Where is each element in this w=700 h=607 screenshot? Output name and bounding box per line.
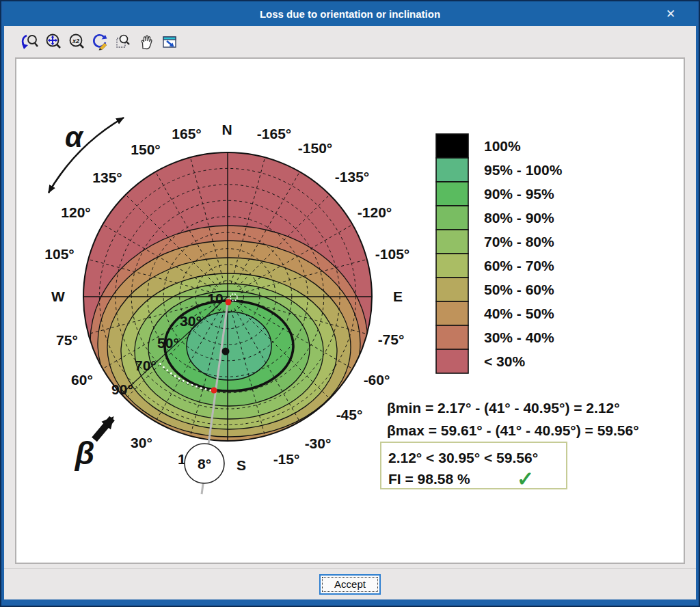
beta-max-formula: βmax = 59.61° - (41° - 40.95°) = 59.56° bbox=[387, 422, 639, 438]
check-icon: ✓ bbox=[517, 468, 534, 490]
legend-label: 40% - 50% bbox=[484, 306, 554, 321]
azimuth-label: 105° bbox=[44, 246, 74, 262]
dialog-footer: Accept bbox=[4, 568, 696, 599]
fi-value-text: FI = 98.58 % bbox=[388, 471, 470, 487]
azimuth-value: 8° bbox=[198, 456, 211, 472]
azimuth-label: 165° bbox=[172, 126, 201, 141]
results-block: βmin = 2.17° - (41° - 40.95°) = 2.12° βm… bbox=[381, 400, 639, 490]
azimuth-label: 60° bbox=[71, 372, 93, 388]
beta-min-formula: βmin = 2.17° - (41° - 40.95°) = 2.12° bbox=[387, 400, 620, 416]
compass-south: S bbox=[237, 457, 246, 473]
legend-label: < 30% bbox=[484, 353, 525, 369]
legend-label: 90% - 95% bbox=[484, 186, 554, 202]
chart-toolbar: x2 bbox=[4, 26, 696, 57]
legend-label: 80% - 90% bbox=[484, 210, 554, 226]
pan-button[interactable] bbox=[137, 32, 156, 51]
azimuth-label: -60° bbox=[364, 372, 390, 388]
inclination-label: 10 bbox=[207, 291, 223, 306]
azimuth-label: -30° bbox=[305, 435, 332, 451]
azimuth-label: 135° bbox=[92, 170, 122, 185]
zoom-x2-icon: x2 bbox=[68, 33, 85, 51]
zoom-window-icon bbox=[114, 33, 132, 51]
compass-north: N bbox=[221, 122, 232, 137]
zoom-extents-icon bbox=[44, 33, 62, 51]
fi-legend: 100% 95% - 100% 90% - 95% 80% - 90% 70% … bbox=[436, 134, 563, 373]
svg-text:x2: x2 bbox=[72, 38, 79, 44]
zoom-undo-icon bbox=[21, 33, 39, 51]
azimuth-label: -150° bbox=[298, 140, 332, 156]
optimal-point bbox=[222, 348, 230, 355]
orientation-polar-chart: 10 30° 50° 70° 90° bbox=[16, 59, 685, 563]
azimuth-label: -135° bbox=[335, 169, 369, 185]
beta-max-point bbox=[211, 388, 217, 394]
zoom-window-button[interactable] bbox=[113, 32, 133, 51]
inclination-label: 30° bbox=[180, 313, 202, 329]
window-title: Loss due to orientation or inclination bbox=[260, 8, 440, 20]
pan-hand-icon bbox=[137, 33, 155, 51]
legend-label: 100% bbox=[484, 138, 521, 154]
azimuth-label: -45° bbox=[336, 407, 363, 422]
plot-panel: 10 30° 50° 70° 90° bbox=[15, 57, 685, 564]
inclination-label: 70° bbox=[135, 358, 157, 373]
beta-symbol: β bbox=[75, 435, 95, 471]
azimuth-label: -15° bbox=[273, 451, 300, 467]
legend-label: 50% - 60% bbox=[484, 282, 554, 297]
legend-label: 95% - 100% bbox=[484, 162, 563, 178]
azimuth-label: -120° bbox=[358, 204, 392, 220]
redraw-button[interactable] bbox=[90, 32, 109, 51]
window-chrome: Loss due to orientation or inclination ✕ bbox=[1, 1, 699, 606]
compass-west: W bbox=[51, 288, 65, 304]
azimuth-label: 150° bbox=[131, 141, 160, 157]
azimuth-label: -75° bbox=[378, 332, 405, 347]
range-check-text: 2.12° < 30.95° < 59.56° bbox=[388, 450, 538, 466]
azimuth-label: -165° bbox=[257, 126, 291, 141]
alpha-symbol: α bbox=[65, 121, 84, 153]
plot-content: 10 30° 50° 70° 90° bbox=[4, 57, 696, 568]
close-icon[interactable]: ✕ bbox=[659, 1, 682, 26]
legend-label: 70% - 80% bbox=[484, 234, 554, 249]
zoom-undo-button[interactable] bbox=[21, 32, 40, 51]
compass-east: E bbox=[393, 288, 403, 304]
legend-label: 60% - 70% bbox=[484, 258, 554, 273]
export-window-button[interactable] bbox=[160, 32, 179, 51]
zoom-x2-button[interactable]: x2 bbox=[67, 32, 86, 51]
dialog-window: Loss due to orientation or inclination ✕ bbox=[0, 0, 700, 607]
beta-arrow-icon bbox=[94, 418, 112, 440]
inclination-label: 90° bbox=[111, 381, 133, 397]
legend-label: 30% - 40% bbox=[484, 329, 554, 345]
zoom-extents-button[interactable] bbox=[44, 32, 63, 51]
redraw-icon bbox=[91, 33, 109, 51]
azimuth-label: 120° bbox=[61, 204, 90, 220]
accept-button[interactable]: Accept bbox=[319, 574, 381, 595]
inclination-label: 50° bbox=[157, 335, 179, 351]
azimuth-label: 75° bbox=[56, 332, 78, 348]
export-window-icon bbox=[161, 33, 178, 51]
azimuth-label: 30° bbox=[131, 435, 152, 450]
azimuth-label: -105° bbox=[375, 246, 409, 262]
title-bar[interactable]: Loss due to orientation or inclination ✕ bbox=[4, 1, 696, 26]
beta-min-point bbox=[226, 299, 232, 306]
